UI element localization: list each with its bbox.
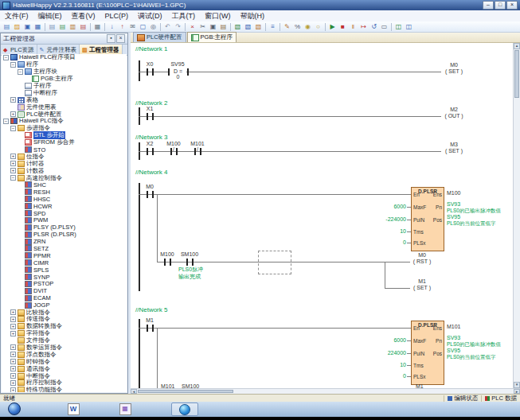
tree-item[interactable]: DVIT bbox=[2, 287, 127, 294]
tree-expander-icon[interactable]: − bbox=[10, 175, 16, 181]
usage-rate-icon[interactable]: % bbox=[292, 22, 303, 32]
tree-expander-icon[interactable]: + bbox=[10, 366, 16, 371]
tree-expander-icon[interactable]: + bbox=[10, 309, 16, 315]
tree-item[interactable]: JOGP bbox=[2, 301, 127, 309]
scroll-down-icon[interactable]: ▾ bbox=[514, 382, 520, 388]
tree-expander-icon[interactable]: + bbox=[10, 387, 16, 392]
tree-item[interactable]: SYNP bbox=[2, 274, 127, 281]
compile-all-icon[interactable]: ▧ bbox=[243, 22, 253, 32]
insert-network-icon[interactable]: ≡ bbox=[268, 22, 278, 32]
find-icon[interactable]: ◎ bbox=[148, 22, 158, 32]
tree-item[interactable]: +传送指令 bbox=[2, 316, 127, 323]
tree-expander-icon[interactable]: + bbox=[10, 317, 16, 322]
copy-icon[interactable]: ▣ bbox=[208, 22, 218, 32]
menu-item[interactable]: 帮助(H) bbox=[236, 11, 270, 21]
import-icon[interactable]: ▤ bbox=[47, 22, 57, 32]
tree-item[interactable]: HCWR bbox=[2, 203, 127, 210]
close-button[interactable]: × bbox=[506, 1, 518, 10]
minimize-button[interactable]: – bbox=[483, 1, 494, 10]
taskbar-word-button[interactable]: W bbox=[60, 402, 87, 416]
panel-close-icon[interactable]: × bbox=[116, 34, 125, 43]
menu-item[interactable]: 调试(D) bbox=[133, 11, 167, 21]
tree-item[interactable]: RESH bbox=[2, 189, 127, 196]
tree-item[interactable]: +数据转换指令 bbox=[2, 323, 127, 330]
tree-expander-icon[interactable]: + bbox=[10, 154, 16, 159]
pin-icon[interactable]: ▪ bbox=[107, 34, 115, 43]
tree-item[interactable]: +表格 bbox=[2, 96, 127, 103]
tree-expander-icon[interactable]: − bbox=[10, 126, 16, 131]
tree-item[interactable]: PWM bbox=[2, 216, 127, 224]
tree-item[interactable]: CIMR bbox=[2, 259, 127, 266]
tree-expander-icon[interactable]: + bbox=[10, 380, 16, 386]
save-all-icon[interactable]: ▦ bbox=[33, 22, 43, 32]
tree-expander-icon[interactable]: + bbox=[10, 161, 16, 166]
tree-item[interactable]: HHSC bbox=[2, 196, 127, 203]
tree-item[interactable]: SPLS bbox=[2, 266, 127, 274]
plc-offline-icon[interactable]: ◫ bbox=[404, 22, 414, 32]
doc-properties-icon[interactable]: ▥ bbox=[68, 22, 78, 32]
delete-icon[interactable]: × bbox=[187, 22, 197, 32]
maximize-button[interactable]: □ bbox=[495, 1, 506, 10]
menu-item[interactable]: 文件(F) bbox=[0, 11, 33, 21]
tree-expander-icon[interactable]: + bbox=[10, 344, 16, 350]
vertical-scrollbar[interactable]: ▴ ▾ bbox=[513, 43, 520, 388]
menu-item[interactable]: 查看(V) bbox=[67, 11, 100, 21]
tree-item[interactable]: +浮点数指令 bbox=[2, 351, 127, 358]
tree-item[interactable]: +特殊功能指令 bbox=[2, 387, 127, 392]
tree-item[interactable]: +程序控制指令 bbox=[2, 379, 127, 387]
tree-item[interactable]: +计时器 bbox=[2, 160, 127, 167]
tree-item[interactable]: +通讯指令 bbox=[2, 365, 127, 372]
tree-item[interactable]: 中断程序 bbox=[2, 89, 127, 96]
menu-item[interactable]: PLC(P) bbox=[100, 12, 134, 20]
run-icon[interactable]: ▶ bbox=[327, 22, 338, 32]
tree-item[interactable]: −Haiwell PLC指令 bbox=[2, 118, 127, 125]
tree-item[interactable]: SPD bbox=[2, 210, 127, 217]
tree-item[interactable]: ECAM bbox=[2, 294, 127, 301]
tree-expander-icon[interactable]: + bbox=[10, 359, 16, 364]
menu-item[interactable]: 编辑(E) bbox=[33, 11, 67, 21]
mail-icon[interactable]: ✉ bbox=[127, 22, 138, 32]
menu-item[interactable]: 窗口(W) bbox=[200, 11, 236, 21]
tree-item[interactable]: +中断指令 bbox=[2, 372, 127, 379]
cut-icon[interactable]: ✂ bbox=[197, 22, 208, 32]
tree-expander-icon[interactable]: − bbox=[10, 62, 16, 68]
tree-item[interactable]: 元件使用表 bbox=[2, 103, 127, 111]
stop-icon[interactable]: ■ bbox=[338, 22, 348, 32]
tree-expander-icon[interactable]: − bbox=[18, 69, 23, 75]
tree-expander-icon[interactable]: + bbox=[10, 352, 16, 357]
scroll-up-icon[interactable]: ▴ bbox=[514, 43, 520, 49]
tree-item[interactable]: PLSR (D.PLSR) bbox=[2, 231, 127, 238]
tree-expander-icon[interactable]: + bbox=[10, 324, 16, 329]
taskbar-haiwell-button[interactable] bbox=[171, 402, 198, 416]
tree-item[interactable]: +比较指令 bbox=[2, 309, 127, 316]
tree-item[interactable]: −高速控制指令 bbox=[2, 174, 127, 181]
tree-item[interactable]: 子程序 bbox=[2, 83, 127, 90]
start-button[interactable] bbox=[8, 402, 21, 415]
export-icon[interactable]: ▤ bbox=[57, 22, 68, 32]
plsr-function-block[interactable]: D.PLSREnEnsMaxFPulNTmsPLSxPnPos bbox=[411, 187, 444, 251]
step-run-icon[interactable]: ↦ bbox=[358, 22, 369, 32]
plsr-function-block[interactable]: D.PLSREnEnsMaxFPulNTmsPLSxPnPos bbox=[411, 321, 444, 385]
doc-check-icon[interactable]: ▤ bbox=[78, 22, 88, 32]
tree-expander-icon[interactable]: − bbox=[3, 55, 9, 60]
tree-item[interactable]: PGB:主程序 bbox=[2, 76, 127, 83]
tree-item[interactable]: STO bbox=[2, 146, 127, 154]
tree-expander-icon[interactable]: − bbox=[3, 119, 9, 124]
tree-expander-icon[interactable]: + bbox=[10, 111, 16, 117]
download-plc-icon[interactable]: ↓ bbox=[107, 22, 117, 32]
pause-icon[interactable]: ‖ bbox=[348, 22, 358, 32]
doc-tab-PLC硬件配置[interactable]: PLC硬件配置 bbox=[133, 32, 186, 42]
tree-item[interactable]: +数学运算指令 bbox=[2, 344, 127, 352]
tree-item[interactable]: ZRN bbox=[2, 238, 127, 245]
new-file-icon[interactable]: ▤ bbox=[2, 22, 12, 32]
tree-expander-icon[interactable]: + bbox=[10, 97, 16, 103]
print-icon[interactable]: ▦ bbox=[92, 22, 103, 32]
tree-expander-icon[interactable]: + bbox=[10, 373, 16, 379]
tree-item[interactable]: SHC bbox=[2, 181, 127, 189]
lock-icon[interactable]: ◉ bbox=[303, 22, 313, 32]
edit-tools-icon[interactable]: ✎ bbox=[282, 22, 292, 32]
menu-item[interactable]: 工具(T) bbox=[167, 11, 201, 21]
hscroll-thumb[interactable] bbox=[138, 390, 233, 393]
tree-item[interactable]: PPMR bbox=[2, 252, 127, 259]
vscroll-thumb[interactable] bbox=[514, 50, 519, 98]
